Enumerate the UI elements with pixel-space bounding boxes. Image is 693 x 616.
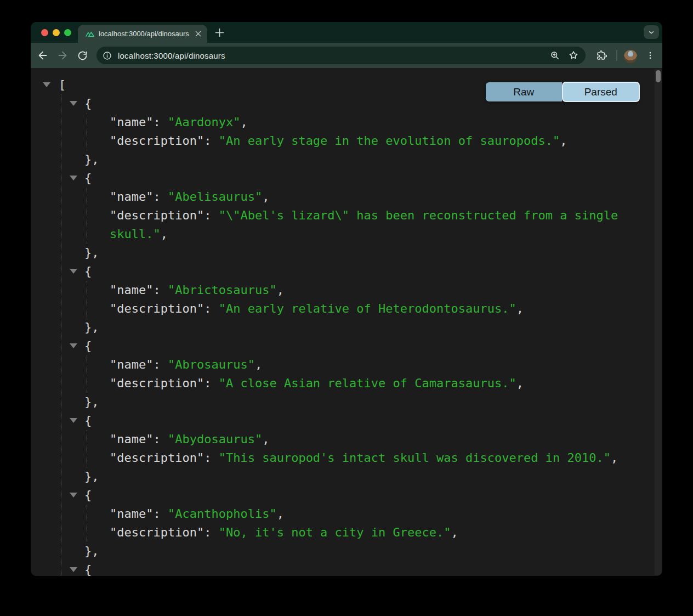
json-key-value-row: "name": "Aardonyx", xyxy=(110,113,636,132)
json-colon: : xyxy=(153,358,168,371)
json-value: "An early stage in the evolution of saur… xyxy=(219,134,560,148)
json-object-close-row: }, xyxy=(61,393,651,411)
browser-window: localhost:3000/api/dinosaurs xyxy=(31,22,662,576)
json-key: "description" xyxy=(110,134,204,148)
close-window-button[interactable] xyxy=(41,29,48,36)
active-tab[interactable]: localhost:3000/api/dinosaurs xyxy=(78,25,207,43)
object-open-brace: { xyxy=(84,97,92,110)
json-object-close-row: }, xyxy=(61,318,651,337)
json-value: "Aardonyx" xyxy=(168,115,240,129)
vertical-scrollbar[interactable] xyxy=(655,69,662,575)
tab-search-chevron-button[interactable] xyxy=(644,25,659,39)
profile-avatar[interactable] xyxy=(624,50,637,63)
json-value: "This sauropod's intact skull was discov… xyxy=(219,451,611,465)
reload-icon[interactable] xyxy=(75,48,90,63)
json-key: "description" xyxy=(110,208,204,222)
json-comma: , xyxy=(255,358,262,371)
json-object-children: "name": "Acanthopholis","description": "… xyxy=(87,505,613,542)
json-object-close-row: }, xyxy=(61,150,651,169)
json-key-value-row: "name": "Abrosaurus", xyxy=(110,355,636,374)
json-key-value-row: "name": "Abydosaurus", xyxy=(110,430,636,449)
json-comma: , xyxy=(161,227,168,241)
browser-toolbar: localhost:3000/api/dinosaurs xyxy=(31,43,662,68)
json-root-children: {"name": "Aardonyx","description": "An e… xyxy=(61,94,651,576)
json-key-value-row: "name": "Abrictosaurus", xyxy=(110,281,636,299)
json-key: "name" xyxy=(110,190,153,204)
json-entry: {"name": "Acanthopholis","description": … xyxy=(61,486,651,561)
json-object-open-row: { xyxy=(61,561,651,576)
json-value: "Abrosaurus" xyxy=(168,358,255,371)
collapse-object-toggle-icon[interactable] xyxy=(70,418,77,423)
collapse-object-toggle-icon[interactable] xyxy=(70,176,77,180)
json-comma: , xyxy=(262,190,269,204)
tab-title: localhost:3000/api/dinosaurs xyxy=(99,30,193,38)
forward-icon[interactable] xyxy=(55,48,70,63)
json-object-close-row: }, xyxy=(61,244,651,262)
bookmark-star-icon[interactable] xyxy=(568,50,579,61)
json-comma: , xyxy=(560,134,567,148)
object-open-brace: { xyxy=(84,488,92,502)
json-colon: : xyxy=(153,507,168,521)
zoom-icon[interactable] xyxy=(549,50,560,61)
json-entry: {"name": "Abelisaurus","description": "\… xyxy=(61,169,651,262)
parsed-view-button[interactable]: Parsed xyxy=(562,82,640,102)
json-key-value-row: "description": "This sauropod's intact s… xyxy=(110,449,636,467)
json-key-value-row: "description": "No, it's not a city in G… xyxy=(110,523,636,542)
json-key: "name" xyxy=(110,115,153,129)
collapse-object-toggle-icon[interactable] xyxy=(70,101,77,106)
json-object-open-row: { xyxy=(61,169,651,188)
json-object-open-row: { xyxy=(61,262,651,281)
toolbar-divider xyxy=(616,50,617,61)
json-comma: , xyxy=(277,507,284,521)
json-value: "A close Asian relative of Camarasaurus.… xyxy=(219,376,516,390)
json-colon: : xyxy=(153,432,168,446)
url-text: localhost:3000/api/dinosaurs xyxy=(118,51,225,60)
object-close-brace: }, xyxy=(84,246,99,259)
json-object-children: "name": "Abrictosaurus","description": "… xyxy=(87,281,613,318)
json-entry: {"name": "Abydosaurus","description": "T… xyxy=(61,411,651,486)
json-key-value-row: "description": "\"Abel's lizard\" has be… xyxy=(110,206,636,244)
json-object-open-row: { xyxy=(61,486,651,505)
address-bar[interactable]: localhost:3000/api/dinosaurs xyxy=(96,47,586,64)
collapse-object-toggle-icon[interactable] xyxy=(70,269,77,274)
json-comma: , xyxy=(516,376,524,390)
json-object-children: "name": "Abrosaurus","description": "A c… xyxy=(87,355,613,393)
json-colon: : xyxy=(153,283,168,297)
json-key-value-row: "name": "Acanthopholis", xyxy=(110,505,636,523)
json-colon: : xyxy=(204,376,219,390)
tab-strip: localhost:3000/api/dinosaurs xyxy=(31,22,662,43)
back-icon[interactable] xyxy=(35,48,50,63)
collapse-root-toggle-icon[interactable] xyxy=(43,82,50,87)
minimize-window-button[interactable] xyxy=(53,29,60,36)
json-value: "An early relative of Heterodontosaurus.… xyxy=(219,302,516,315)
json-key-value-row: "description": "An early relative of Het… xyxy=(110,299,636,318)
json-entry: {"name": "Abrictosaurus","description": … xyxy=(61,262,651,337)
json-key: "description" xyxy=(110,302,204,315)
json-key-value-row: "description": "An early stage in the ev… xyxy=(110,132,636,150)
collapse-object-toggle-icon[interactable] xyxy=(70,567,77,572)
menu-kebab-icon[interactable] xyxy=(643,48,658,63)
json-value: "Acanthopholis" xyxy=(168,507,277,521)
site-info-icon[interactable] xyxy=(101,49,113,61)
json-key-value-row: "name": "Abelisaurus", xyxy=(110,188,636,206)
json-key-value-row: "description": "A close Asian relative o… xyxy=(110,374,636,393)
tab-close-icon[interactable] xyxy=(193,29,203,39)
json-value: "No, it's not a city in Greece." xyxy=(219,525,451,539)
json-colon: : xyxy=(204,525,219,539)
raw-view-button[interactable]: Raw xyxy=(486,82,562,101)
favicon-mountains-icon xyxy=(85,29,95,39)
json-comma: , xyxy=(277,283,284,297)
object-open-brace: { xyxy=(84,414,92,427)
extensions-puzzle-icon[interactable] xyxy=(594,48,609,63)
json-key: "name" xyxy=(110,358,153,371)
json-tree: [ {"name": "Aardonyx","description": "An… xyxy=(31,68,651,576)
object-close-brace: }, xyxy=(84,395,99,409)
fullscreen-window-button[interactable] xyxy=(64,29,71,36)
json-colon: : xyxy=(204,208,219,222)
collapse-object-toggle-icon[interactable] xyxy=(70,493,77,498)
scrollbar-thumb[interactable] xyxy=(656,70,661,82)
new-tab-button[interactable] xyxy=(212,27,227,37)
object-open-brace: { xyxy=(84,264,92,278)
json-entry: {"name": "Aardonyx","description": "An e… xyxy=(61,94,651,169)
collapse-object-toggle-icon[interactable] xyxy=(70,343,77,348)
